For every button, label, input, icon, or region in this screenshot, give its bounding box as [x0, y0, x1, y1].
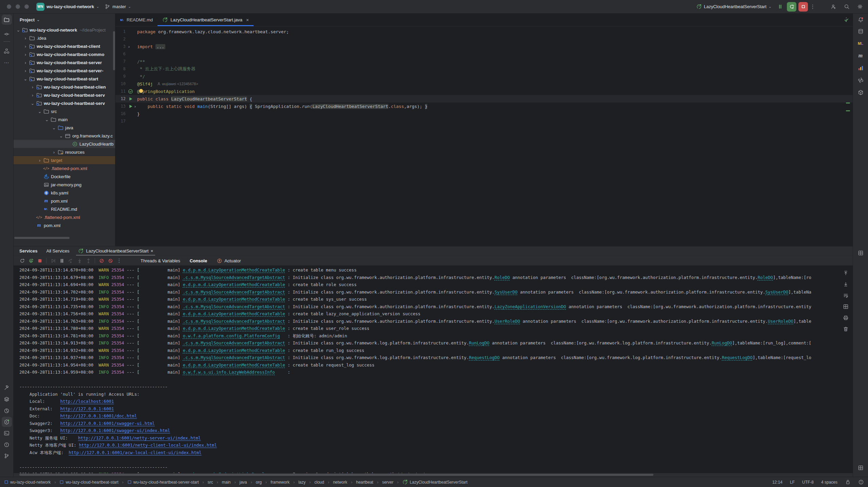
chevron-down-icon[interactable]: ⌄ [22, 76, 29, 81]
access-url-link[interactable]: http://127.0.0.1:6001/netty-client-local… [79, 443, 217, 448]
tree-item-wu-lazy-cloud-heartbeat-server[interactable]: ›wu-lazy-cloud-heartbeat-server [14, 58, 115, 67]
tree-item-wu-lazy-cloud-heartbeat-start[interactable]: ⌄wu-lazy-cloud-heartbeat-start [14, 75, 115, 83]
tree-item-wu-lazy-cloud-network[interactable]: ⌄wu-lazy-cloud-network~/IdeaProject [14, 26, 115, 34]
tree-item-wu-lazy-cloud-heartbeat-client[interactable]: ›wu-lazy-cloud-heartbeat-client [14, 42, 115, 50]
run-configuration[interactable]: LazyCloudHeartbeatServerStart ⌄ [694, 2, 774, 11]
left-stripe-terminal-button[interactable] [2, 428, 12, 438]
fold-chev-icon[interactable]: › [128, 44, 130, 49]
access-url-link[interactable]: http://127.0.0.1:6001/acw-local-client-u… [69, 450, 201, 455]
inspections-widget[interactable] [844, 17, 849, 23]
breadcrumb-item[interactable]: main [222, 480, 231, 485]
status-indent-style[interactable]: 4 spaces [821, 480, 837, 485]
log-logger-link[interactable]: .c.s.m.MysqlSourceAdvancedTargetAbstract [183, 304, 285, 309]
breadcrumb-item[interactable]: java [240, 480, 247, 485]
grid-button[interactable] [841, 302, 850, 311]
tree-item-target[interactable]: ›target [14, 156, 115, 164]
stop-button[interactable] [798, 2, 808, 12]
log-logger-link[interactable]: e.d.p.m.d.LazyOperationMethodCreateTable [183, 311, 285, 316]
left-stripe-structure-button[interactable] [2, 46, 12, 56]
breadcrumb-item[interactable]: src [208, 480, 213, 485]
chevron-right-icon[interactable]: › [36, 158, 43, 163]
left-stripe-layers-button[interactable] [2, 394, 12, 404]
project-panel-header[interactable]: Project ⌄ [14, 14, 115, 26]
arrow-down-bar-button[interactable] [841, 280, 850, 288]
rerun-button[interactable] [787, 2, 796, 12]
right-stripe-python-plugin-button[interactable] [855, 75, 866, 85]
breadcrumb-item[interactable]: wu-lazy-cloud-heartbeat-server-start [127, 480, 199, 485]
tree-item-wu-lazy-cloud-heartbeat-server-[interactable]: ›wu-lazy-cloud-heartbeat-server- [14, 67, 115, 75]
chevron-down-icon[interactable]: ⌄ [51, 125, 57, 130]
tree-item-pomxml[interactable]: mpom.xml [14, 197, 115, 205]
project-widget[interactable]: WN wu-lazy-cloud-network ⌄ [34, 1, 102, 12]
chevron-right-icon[interactable]: › [22, 68, 29, 73]
breadcrumb-item[interactable]: heartbeat [356, 480, 373, 485]
lock-icon[interactable] [845, 479, 851, 485]
breadcrumb-item[interactable]: server [382, 480, 393, 485]
log-class-link[interactable]: RequestLogDO [722, 355, 753, 360]
log-logger-link[interactable]: o.w.f.a.platform.config.PlatformConfig [183, 333, 280, 338]
chevron-right-icon[interactable]: › [22, 36, 29, 41]
chevron-down-icon[interactable]: ⌄ [43, 117, 50, 122]
tree-item-lazycloudheartb[interactable]: LazyCloudHeartb [14, 140, 115, 148]
view-tab-actuator[interactable]: Actuator [212, 258, 245, 264]
status-file-encoding[interactable]: UTF-8 [802, 480, 814, 485]
tree-item-k8syaml[interactable]: k8s.yaml [14, 189, 115, 197]
pause2-button[interactable] [57, 257, 66, 265]
breadcrumb-item[interactable]: framework [271, 480, 290, 485]
step-out-button[interactable] [84, 257, 93, 265]
access-url-link[interactable]: http://localhost:6001 [60, 399, 114, 404]
log-class-link[interactable]: RoleDO [758, 275, 773, 280]
chevron-right-icon[interactable]: › [22, 60, 29, 65]
author-inlay-hint[interactable]: wujiawei <12345678> [157, 82, 198, 86]
right-stripe-maven-m-button[interactable]: m [855, 51, 866, 61]
tree-item-idea[interactable]: ›.idea [14, 34, 115, 42]
log-class-link[interactable]: RoleDO [495, 275, 510, 280]
chevron-right-icon[interactable]: › [29, 93, 36, 98]
right-stripe-database-button[interactable] [855, 26, 866, 36]
left-stripe-project-folder-button[interactable] [2, 15, 12, 25]
tree-item-main[interactable]: ⌄main [14, 115, 115, 124]
left-stripe-commit-button[interactable] [2, 29, 12, 39]
log-class-link[interactable]: RequestLogDO [469, 355, 500, 360]
tree-item-src[interactable]: ⌄src [14, 107, 115, 115]
no-entry-button[interactable] [106, 257, 115, 265]
chevron-right-icon[interactable]: › [29, 85, 36, 90]
tree-item-wu-lazy-cloud-heartbeat-serv[interactable]: ⌄wu-lazy-cloud-heartbeat-serv [14, 99, 115, 107]
close-icon[interactable]: × [151, 248, 153, 254]
trash-button[interactable] [841, 325, 850, 333]
tree-item-jar-memorypng[interactable]: jar-memory.png [14, 181, 115, 189]
chevron-down-icon[interactable]: ⌄ [15, 27, 22, 33]
log-class-link[interactable]: LazyZoneApplicationVersionDO [495, 304, 566, 309]
left-stripe-problems-button[interactable] [2, 439, 12, 450]
wrap-button[interactable] [841, 291, 850, 299]
more-actions-button[interactable]: ⋮ [809, 3, 816, 10]
chevron-down-icon[interactable]: ⌄ [36, 109, 43, 114]
breadcrumb-item[interactable]: lazy [298, 480, 306, 485]
log-logger-link[interactable]: e.d.p.m.d.LazyOperationMethodCreateTable [183, 362, 285, 368]
breadcrumb-item[interactable]: network [333, 480, 347, 485]
log-logger-link[interactable]: o.w.f.w.s.ui.info.LazyWebAddressInfo [183, 370, 275, 375]
fold-chev-icon[interactable]: › [134, 104, 136, 109]
right-stripe-charts-plugin-button[interactable] [855, 63, 866, 73]
console-horizontal-scrollbar[interactable] [19, 474, 653, 476]
pause-button[interactable] [775, 2, 785, 12]
access-url-link[interactable]: http://127.0.0.1:6001/netty-server-ui/in… [78, 435, 201, 441]
log-class-link[interactable]: RunLogDO [712, 340, 732, 345]
log-logger-link[interactable]: e.d.p.m.d.LazyOperationMethodCreateTable [183, 282, 285, 287]
tree-vertical-scrollbar[interactable] [113, 31, 115, 70]
intention-bulb[interactable] [139, 89, 143, 93]
left-stripe-git-branch-button[interactable] [2, 451, 12, 461]
step-over-button[interactable] [66, 257, 75, 265]
breadcrumb-item[interactable]: LazyCloudHeartbeatServerStart [402, 479, 467, 485]
right-stripe-box-plugin-button[interactable] [855, 87, 866, 97]
tree-item-wu-lazy-cloud-heartbeat-serv[interactable]: ›wu-lazy-cloud-heartbeat-serv [14, 91, 115, 99]
log-logger-link[interactable]: .c.s.m.MysqlSourceAdvancedTargetAbstract [183, 275, 285, 280]
code-editor[interactable]: 1package org.framework.lazy.cloud.networ… [115, 26, 853, 125]
view-tab-console[interactable]: Console [185, 258, 212, 263]
search-everywhere-button[interactable] [842, 2, 851, 12]
breadcrumb-item[interactable]: wu-lazy-cloud-network [4, 480, 51, 485]
status-line-ending[interactable]: LF [790, 480, 795, 485]
left-stripe-profiler-button[interactable] [2, 406, 12, 416]
access-url-link[interactable]: http://127.0.0.1:6001/swagger-ui/index.h… [60, 428, 170, 433]
run-console[interactable]: 2024-09-28T11:13:14.670+08:00 WARN 25354… [14, 265, 853, 473]
